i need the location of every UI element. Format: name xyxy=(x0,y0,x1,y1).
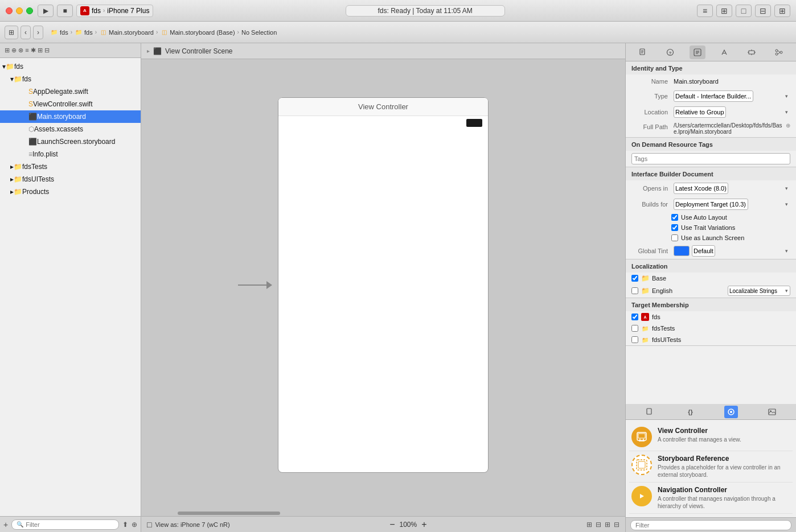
loc-row-english: 📁 English Localizable Strings xyxy=(626,284,796,298)
vc-text: View Controller A controller that manage… xyxy=(658,427,790,443)
forward-button[interactable]: › xyxy=(33,26,43,39)
tab-size[interactable] xyxy=(744,46,760,59)
opens-in-select[interactable]: Latest Xcode (8.0) xyxy=(674,183,728,194)
sidebar-item-assets[interactable]: ⬡ Assets.xcassets xyxy=(0,123,141,135)
navigator-toggle[interactable]: ≡ xyxy=(697,5,713,17)
tab-connections[interactable] xyxy=(771,46,787,59)
target-fds-checkbox[interactable] xyxy=(631,314,638,320)
loc-english-checkbox[interactable] xyxy=(631,287,638,294)
folder-icon-2: 📁 xyxy=(75,28,83,36)
copy-path-icon[interactable]: ⊕ xyxy=(786,122,790,129)
minimize-button[interactable] xyxy=(16,7,23,14)
sidebar-item-fds-group[interactable]: ▾ 📁 fds xyxy=(0,73,141,85)
object-item-nav[interactable]: Navigation Controller A controller that … xyxy=(629,482,793,514)
svg-line-20 xyxy=(778,52,780,54)
tint-select-wrapper: Default xyxy=(692,245,790,257)
tint-select[interactable]: Default xyxy=(692,245,715,257)
back-button[interactable]: ‹ xyxy=(20,26,31,39)
target-fdstests-checkbox[interactable] xyxy=(631,325,638,332)
close-button[interactable] xyxy=(6,7,13,14)
zoom-in-btn[interactable]: + xyxy=(421,519,426,530)
swift-file-icon-2: S xyxy=(28,100,33,108)
sidebar-item-infoplist[interactable]: ≡ Info.plist xyxy=(0,148,141,160)
target-row-fdsuitests: 📁 fdsUITests xyxy=(626,334,796,345)
sidebar-header-icons: ⊞ ⊕ ⊗ ≡ ✱ ⊞ ⊟ xyxy=(5,47,50,54)
tab-quick-help[interactable]: ? xyxy=(662,46,678,59)
obj-tab-objects[interactable] xyxy=(724,406,738,418)
breadcrumb-item-2[interactable]: 📁 fds xyxy=(75,28,93,36)
target-fds-name: fds xyxy=(652,314,660,320)
toolbar: ⊞ ‹ › 📁 fds › 📁 fds › ◫ Main.storyboard … xyxy=(0,22,796,43)
canvas-header: ▸ ⬛ View Controller Scene xyxy=(141,43,625,59)
launch-screen-checkbox[interactable] xyxy=(671,234,678,241)
object-item-vc[interactable]: View Controller A controller that manage… xyxy=(629,423,793,451)
object-filter-input[interactable] xyxy=(630,520,791,530)
arrow-line xyxy=(238,284,266,286)
resize-icon-2[interactable]: ⊟ xyxy=(596,521,601,529)
expand-toggle[interactable]: ⊞ xyxy=(774,5,790,17)
target-fdsuitests-checkbox[interactable] xyxy=(631,336,638,343)
breadcrumb-item-1[interactable]: 📁 fds xyxy=(50,28,68,36)
scene-disclosure[interactable]: ▸ xyxy=(147,48,150,54)
sidebar-item-products[interactable]: ▸ 📁 Products xyxy=(0,185,141,198)
tint-color-swatch[interactable] xyxy=(674,246,690,256)
object-item-sb[interactable]: Storyboard Reference Provides a placehol… xyxy=(629,451,793,482)
obj-tab-media[interactable] xyxy=(765,406,779,418)
utility-toggle[interactable]: □ xyxy=(736,5,752,17)
sidebar-item-fdstests[interactable]: ▸ 📁 fdsTests xyxy=(0,160,141,173)
loc-base-checkbox[interactable] xyxy=(631,275,638,282)
app-icon: A xyxy=(80,6,89,15)
assets-icon: ⬡ xyxy=(28,125,34,133)
recent-icon[interactable]: ⊕ xyxy=(132,521,137,529)
row-full-path: Full Path /Users/cartermcclellan/Desktop… xyxy=(626,120,796,137)
debug-toggle[interactable]: ⊟ xyxy=(755,5,771,17)
auto-layout-checkbox[interactable] xyxy=(671,214,678,221)
stop-button[interactable]: ■ xyxy=(57,5,73,17)
resize-icon-1[interactable]: ⊞ xyxy=(586,521,592,529)
sidebar-item-launchscreen[interactable]: ⬛ LaunchScreen.storyboard xyxy=(0,135,141,148)
tab-attributes[interactable] xyxy=(716,46,732,59)
sidebar-item-viewcontroller[interactable]: S ViewController.swift xyxy=(0,98,141,110)
type-select[interactable]: Default - Interface Builder... xyxy=(674,90,753,102)
obj-tab-code[interactable]: {} xyxy=(684,406,697,418)
svg-rect-21 xyxy=(647,409,651,414)
run-button[interactable]: ▶ xyxy=(38,5,54,17)
folder-icon: 📁 xyxy=(50,28,58,36)
sidebar-item-appdelegate[interactable]: S AppDelegate.swift xyxy=(0,85,141,98)
row-global-tint: Global Tint Default xyxy=(626,243,796,259)
canvas-area: ▸ ⬛ View Controller Scene View Controlle… xyxy=(141,43,625,532)
assistant-toggle[interactable]: ⊞ xyxy=(716,5,732,17)
tags-input[interactable] xyxy=(631,153,790,164)
canvas-body[interactable]: View Controller xyxy=(141,59,625,510)
sidebar-item-fdsuitests[interactable]: ▸ 📁 fdsUITests xyxy=(0,173,141,185)
sidebar-item-main-storyboard[interactable]: ⬛ Main.storyboard xyxy=(0,110,141,123)
sort-icon[interactable]: ⬆ xyxy=(122,521,128,529)
zoom-out-btn[interactable]: − xyxy=(389,519,395,530)
maximize-button[interactable] xyxy=(26,7,33,14)
tab-identity[interactable] xyxy=(690,46,705,59)
svg-point-18 xyxy=(780,51,782,53)
scene-label: View Controller Scene xyxy=(165,47,233,55)
scheme-selector[interactable]: A fds › iPhone 7 Plus xyxy=(76,5,153,17)
sidebar-item-root-fds[interactable]: ▾ 📁 fds xyxy=(0,60,141,73)
loc-english-select[interactable]: Localizable Strings xyxy=(728,286,790,296)
breadcrumb-item-3[interactable]: ◫ Main.storyboard xyxy=(99,28,154,36)
fullpath-label: Full Path xyxy=(631,122,671,130)
tab-file[interactable] xyxy=(635,46,651,59)
breadcrumb-item-5: No Selection xyxy=(241,29,277,36)
resize-icon-4[interactable]: ⊟ xyxy=(614,521,619,529)
sidebar-filter-input[interactable] xyxy=(23,521,114,528)
location-select[interactable]: Relative to Group xyxy=(674,106,726,118)
titlebar-left: ▶ ■ A fds › iPhone 7 Plus xyxy=(38,5,153,17)
resize-icon-3[interactable]: ⊞ xyxy=(605,521,610,529)
canvas-scrollbar[interactable] xyxy=(141,510,625,516)
section-target-title: Target Membership xyxy=(626,298,796,311)
builds-for-select[interactable]: Deployment Target (10.3) xyxy=(674,199,748,210)
add-file-icon[interactable]: + xyxy=(3,520,8,529)
view-switcher[interactable]: ⊞ xyxy=(5,26,18,39)
trait-variations-checkbox[interactable] xyxy=(671,224,678,231)
breadcrumb-item-4[interactable]: ◫ Main.storyboard (Base) xyxy=(160,28,235,36)
sb-name: Storyboard Reference xyxy=(658,455,790,463)
canvas-device-label: View as: iPhone 7 (wC nR) xyxy=(155,521,229,528)
obj-tab-file[interactable] xyxy=(643,406,657,418)
